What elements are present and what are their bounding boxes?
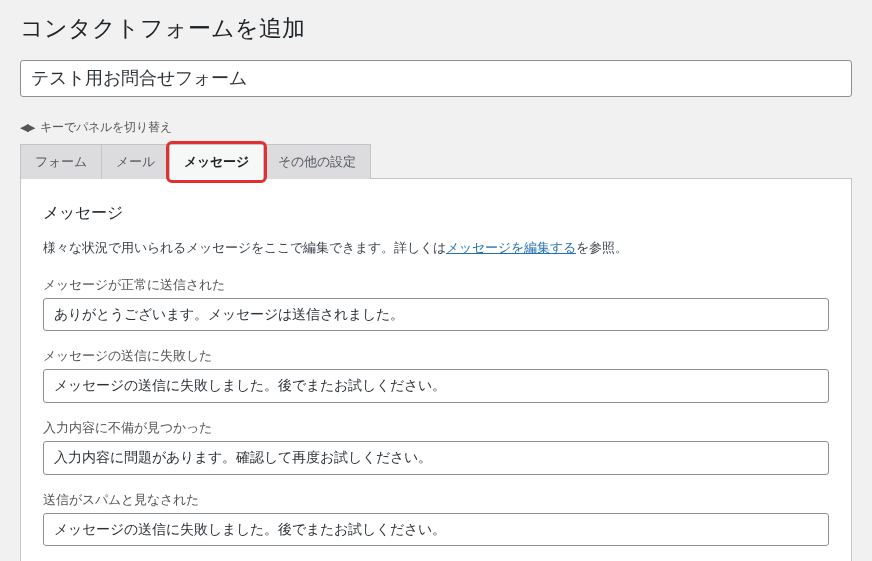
edit-messages-link[interactable]: メッセージを編集する xyxy=(446,240,576,255)
message-field-input[interactable] xyxy=(43,441,829,475)
message-field-label: メッセージが正常に送信された xyxy=(43,276,829,294)
message-field-label: メッセージの送信に失敗した xyxy=(43,347,829,365)
message-field-input[interactable] xyxy=(43,513,829,547)
tab-form[interactable]: フォーム xyxy=(20,144,102,179)
section-heading: メッセージ xyxy=(43,203,829,224)
message-field-input[interactable] xyxy=(43,298,829,332)
keyboard-hint: ◀▶ キーでパネルを切り替え xyxy=(20,119,852,136)
tab-list: フォーム メール メッセージ その他の設定 xyxy=(20,144,852,179)
tab-other-settings[interactable]: その他の設定 xyxy=(263,144,371,179)
page-title: コンタクトフォームを追加 xyxy=(20,0,852,60)
tab-mail[interactable]: メール xyxy=(101,144,170,179)
message-field-row: メッセージの送信に失敗した xyxy=(43,347,829,403)
left-right-arrows-icon: ◀▶ xyxy=(20,121,34,133)
form-title-input[interactable] xyxy=(20,60,852,97)
message-field-row: 送信がスパムと見なされた xyxy=(43,491,829,547)
message-field-row: 入力内容に不備が見つかった xyxy=(43,419,829,475)
message-field-label: 送信がスパムと見なされた xyxy=(43,491,829,509)
intro-text: 様々な状況で用いられるメッセージをここで編集できます。詳しくはメッセージを編集す… xyxy=(43,238,829,258)
message-field-input[interactable] xyxy=(43,369,829,403)
tab-messages[interactable]: メッセージ xyxy=(169,144,264,179)
message-field-row: メッセージが正常に送信された xyxy=(43,276,829,332)
message-field-label: 入力内容に不備が見つかった xyxy=(43,419,829,437)
messages-panel: メッセージ 様々な状況で用いられるメッセージをここで編集できます。詳しくはメッセ… xyxy=(20,178,852,561)
